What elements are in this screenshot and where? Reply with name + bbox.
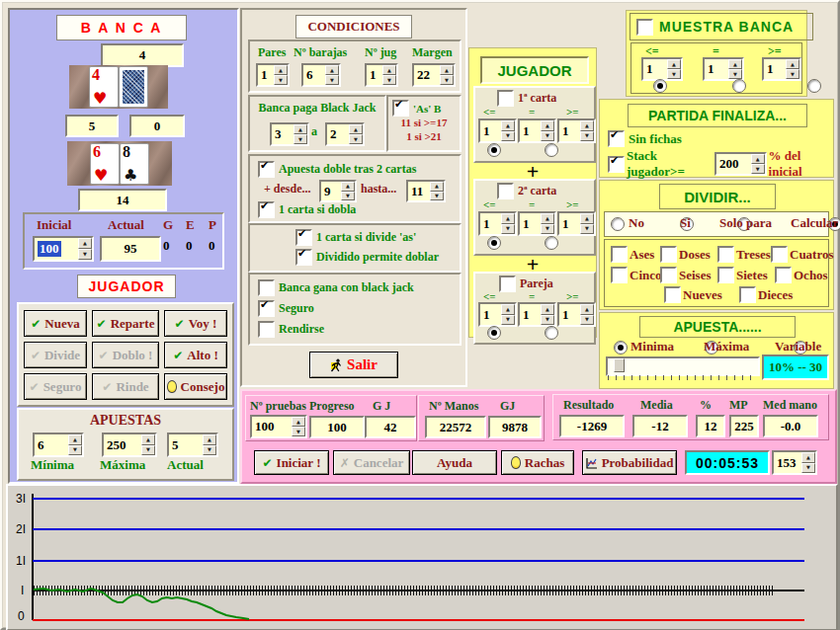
carta2-eq-radio[interactable] (545, 236, 558, 250)
seguro-checkbox[interactable] (258, 300, 275, 317)
dieces-checkbox[interactable] (739, 286, 756, 303)
pareja-eq-spinner[interactable]: 1 (518, 302, 556, 327)
apuesta-doble-checkbox[interactable] (258, 161, 275, 178)
spin-down-icon[interactable] (382, 75, 396, 85)
carta1-checkbox[interactable] (497, 90, 514, 107)
spin-up-icon[interactable] (580, 213, 594, 224)
pareja-le-radio[interactable] (487, 326, 501, 340)
desde-spinner[interactable]: 9 (319, 180, 357, 202)
spin-up-icon[interactable] (141, 434, 155, 445)
spin-down-icon[interactable] (501, 315, 515, 326)
spin-up-icon[interactable] (440, 65, 454, 75)
spin-up-icon[interactable] (430, 182, 444, 192)
pareja-ge-spinner[interactable]: 1 (557, 302, 596, 327)
voy-button[interactable]: Voy ! (164, 310, 227, 337)
spin-down-icon[interactable] (430, 192, 444, 201)
spin-down-icon[interactable] (786, 69, 799, 79)
spin-down-icon[interactable] (78, 249, 92, 260)
apuesta-slider[interactable] (606, 356, 760, 376)
sin-fichas-checkbox[interactable] (608, 130, 625, 147)
as-b-checkbox[interactable] (392, 100, 409, 117)
probabilidad-button[interactable]: Probabilidad (582, 450, 677, 475)
cinco-checkbox[interactable] (611, 267, 628, 283)
muestra-le-spinner[interactable]: 1 (641, 57, 683, 81)
muestra-le-radio[interactable] (653, 79, 667, 93)
consejo-button[interactable]: Consejo (164, 373, 227, 400)
spin-down-icon[interactable] (501, 224, 515, 235)
nueva-button[interactable]: Nueva (24, 310, 87, 337)
spin-up-icon[interactable] (667, 59, 681, 69)
spin-up-icon[interactable] (274, 65, 288, 75)
spin-up-icon[interactable] (203, 434, 216, 445)
ases-checkbox[interactable] (611, 246, 628, 263)
alto-button[interactable]: Alto ! (164, 342, 227, 368)
spin-down-icon[interactable] (440, 75, 454, 85)
spin-up-icon[interactable] (580, 304, 594, 315)
muestra-eq-radio[interactable] (732, 79, 746, 93)
spin-up-icon[interactable] (341, 182, 355, 192)
iniciar-button[interactable]: Iniciar ! (254, 450, 329, 475)
spin-down-icon[interactable] (667, 69, 681, 79)
muestra-banca-checkbox[interactable] (636, 19, 653, 36)
ayuda-button[interactable]: Ayuda (412, 450, 497, 475)
dividido-checkbox[interactable] (295, 249, 312, 266)
carta2-ge-spinner[interactable]: 1 (557, 211, 596, 236)
treses-checkbox[interactable] (717, 246, 734, 263)
spin-down-icon[interactable] (141, 445, 155, 456)
pares-spinner[interactable]: 1 (256, 63, 290, 87)
spin-up-icon[interactable] (786, 59, 799, 69)
rachas-button[interactable]: Rachas (501, 450, 574, 475)
jug-spinner[interactable]: 1 (365, 63, 398, 87)
spin-up-icon[interactable] (541, 120, 554, 131)
stack-spinner[interactable]: 200 (714, 152, 767, 176)
ochos-checkbox[interactable] (775, 267, 792, 283)
spin-up-icon[interactable] (382, 65, 396, 75)
spin-up-icon[interactable] (501, 120, 515, 131)
carta2-checkbox[interactable] (497, 183, 514, 199)
spin-down-icon[interactable] (728, 69, 742, 79)
barajas-spinner[interactable]: 6 (301, 63, 341, 87)
spin-up-icon[interactable] (751, 154, 765, 164)
spin-down-icon[interactable] (349, 134, 363, 144)
nueves-checkbox[interactable] (664, 286, 681, 303)
spin-down-icon[interactable] (294, 134, 307, 144)
spin-down-icon[interactable] (801, 463, 815, 474)
pruebas-spinner[interactable]: 100 (250, 415, 307, 438)
carta-dobla-checkbox[interactable] (258, 201, 275, 218)
pareja-le-spinner[interactable]: 1 (478, 302, 517, 327)
cuatros-checkbox[interactable] (771, 246, 788, 263)
seises-checkbox[interactable] (660, 267, 677, 283)
spin-up-icon[interactable] (349, 124, 363, 134)
divide-as-checkbox[interactable] (295, 229, 312, 246)
spin-up-icon[interactable] (294, 124, 307, 134)
inicial-spinner[interactable]: 100 (33, 236, 94, 262)
spin-down-icon[interactable] (580, 315, 594, 326)
spin-down-icon[interactable] (541, 224, 554, 235)
spin-up-icon[interactable] (501, 304, 515, 315)
doses-checkbox[interactable] (660, 246, 677, 263)
spin-down-icon[interactable] (541, 131, 554, 142)
apuesta-minima-spinner[interactable]: 6 (33, 433, 84, 457)
carta1-eq-spinner[interactable]: 1 (518, 118, 556, 143)
paga-n2-spinner[interactable]: 2 (325, 122, 365, 146)
spin-up-icon[interactable] (580, 120, 594, 131)
muestra-ge-spinner[interactable]: 1 (762, 57, 801, 81)
rendirse-checkbox[interactable] (258, 321, 275, 338)
carta1-le-spinner[interactable]: 1 (478, 118, 517, 143)
paga-n1-spinner[interactable]: 3 (270, 122, 309, 146)
carta1-ge-spinner[interactable]: 1 (557, 118, 596, 143)
spin-down-icon[interactable] (203, 445, 216, 456)
carta2-eq-spinner[interactable]: 1 (518, 211, 556, 236)
spin-down-icon[interactable] (68, 445, 82, 456)
sietes-checkbox[interactable] (717, 267, 734, 283)
spin-down-icon[interactable] (325, 75, 339, 85)
spin-up-icon[interactable] (541, 304, 554, 315)
spin-up-icon[interactable] (801, 452, 815, 463)
stack-checkbox[interactable] (608, 156, 625, 173)
spin-down-icon[interactable] (501, 131, 515, 142)
spin-down-icon[interactable] (292, 427, 305, 436)
spin-up-icon[interactable] (728, 59, 742, 69)
spin-down-icon[interactable] (274, 75, 288, 85)
slider-thumb[interactable] (614, 358, 625, 372)
banca-gana-checkbox[interactable] (258, 279, 275, 296)
